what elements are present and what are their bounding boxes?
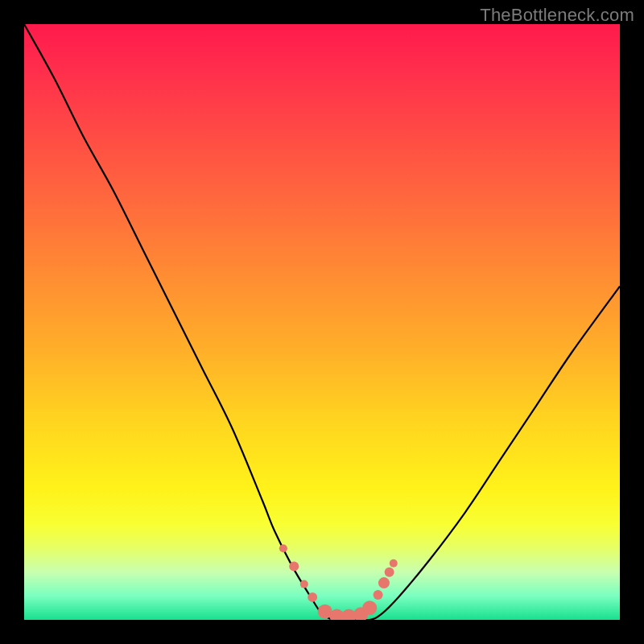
curve-markers — [279, 544, 398, 620]
bottleneck-curve — [24, 24, 620, 620]
curve-marker — [300, 580, 308, 588]
curve-marker — [279, 544, 287, 552]
curve-marker — [385, 568, 394, 577]
curve-marker — [289, 561, 299, 571]
curve-marker — [308, 592, 317, 602]
chart-plot-area — [24, 24, 620, 620]
curve-marker — [374, 590, 383, 600]
watermark-text: TheBottleneck.com — [480, 5, 634, 26]
chart-svg — [24, 24, 620, 620]
curve-marker — [378, 577, 390, 588]
app-frame: TheBottleneck.com — [0, 0, 644, 644]
curve-marker — [362, 601, 377, 615]
curve-marker — [390, 559, 398, 568]
